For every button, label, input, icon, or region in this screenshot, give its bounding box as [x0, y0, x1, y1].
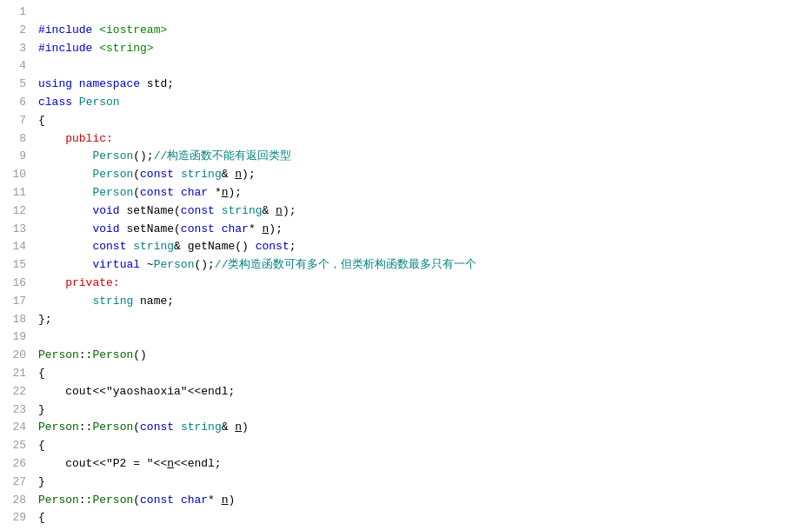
code-line-7: {: [38, 112, 805, 130]
ln-25: 25: [3, 437, 26, 455]
ln-1: 1: [3, 3, 26, 22]
ln-7: 7: [3, 112, 26, 130]
code-line-15: virtual ~Person();//类构造函数可有多个，但类析构函数最多只有…: [38, 256, 805, 275]
ln-15: 15: [3, 256, 26, 275]
code-line-10: Person(const string& n);: [38, 166, 805, 184]
code-line-12: void setName(const string& n);: [38, 202, 805, 221]
ln-29: 29: [3, 509, 26, 527]
ln-17: 17: [3, 293, 26, 311]
ln-13: 13: [3, 221, 26, 239]
code-editor: 1 2 3 4 5 6 7 8 9 10 11 12 13 14 15 16 1…: [0, 0, 812, 530]
code-line-23: }: [38, 401, 805, 420]
code-line-4: [38, 57, 805, 76]
code-line-29: {: [38, 509, 805, 527]
ln-14: 14: [3, 238, 26, 256]
code-line-6: class Person: [38, 94, 805, 112]
code-line-13: void setName(const char* n);: [38, 221, 805, 239]
code-line-18: };: [38, 311, 805, 329]
code-line-5: using namespace std;: [38, 76, 805, 94]
code-line-11: Person(const char *n);: [38, 184, 805, 202]
code-line-22: cout<<"yaoshaoxia"<<endl;: [38, 383, 805, 401]
code-line-1: [38, 3, 805, 22]
code-line-26: cout<<"P2 = "<<n<<endl;: [38, 455, 805, 474]
ln-10: 10: [3, 166, 26, 184]
ln-19: 19: [3, 328, 26, 347]
code-line-16: private:: [38, 275, 805, 293]
ln-8: 8: [3, 130, 26, 149]
ln-16: 16: [3, 275, 26, 293]
ln-3: 3: [3, 40, 26, 58]
code-line-20: Person::Person(): [38, 347, 805, 365]
code-line-19: [38, 328, 805, 347]
line-numbers: 1 2 3 4 5 6 7 8 9 10 11 12 13 14 15 16 1…: [0, 0, 31, 530]
ln-11: 11: [3, 184, 26, 202]
code-line-24: Person::Person(const string& n): [38, 419, 805, 437]
code-line-3: #include <string>: [38, 40, 805, 58]
code-line-25: {: [38, 437, 805, 455]
ln-26: 26: [3, 455, 26, 474]
code-line-2: #include <iostream>: [38, 22, 805, 40]
code-line-8: public:: [38, 130, 805, 149]
ln-12: 12: [3, 202, 26, 221]
code-line-28: Person::Person(const char* n): [38, 492, 805, 510]
ln-23: 23: [3, 401, 26, 420]
code-content: #include <iostream> #include <string> us…: [31, 0, 812, 530]
ln-28: 28: [3, 492, 26, 510]
code-line-21: {: [38, 365, 805, 383]
code-line-27: }: [38, 474, 805, 492]
ln-24: 24: [3, 419, 26, 437]
code-line-9: Person();//构造函数不能有返回类型: [38, 148, 805, 166]
ln-22: 22: [3, 383, 26, 401]
ln-4: 4: [3, 57, 26, 76]
code-line-17: string name;: [38, 293, 805, 311]
ln-6: 6: [3, 94, 26, 112]
ln-2: 2: [3, 22, 26, 40]
code-line-14: const string& getName() const;: [38, 238, 805, 256]
ln-18: 18: [3, 311, 26, 329]
ln-9: 9: [3, 148, 26, 166]
ln-27: 27: [3, 474, 26, 492]
ln-21: 21: [3, 365, 26, 383]
ln-5: 5: [3, 76, 26, 94]
ln-20: 20: [3, 347, 26, 365]
